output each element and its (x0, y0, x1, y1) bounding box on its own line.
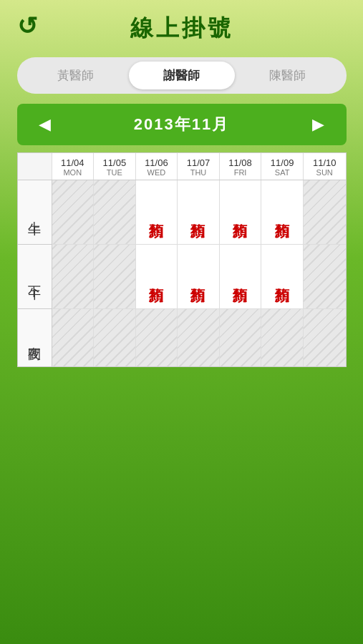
col-header-4: 11/08 FRI (220, 153, 262, 180)
cell-morning-5[interactable]: 預約 (261, 180, 304, 245)
cell-morning-2[interactable]: 預約 (136, 180, 178, 245)
cell-night-4[interactable] (220, 309, 262, 366)
cell-morning-3[interactable]: 預約 (178, 180, 220, 245)
col-header-1: 11/05 TUE (94, 153, 136, 180)
col-header-0: 11/04 MON (52, 153, 95, 180)
month-title: 2013年11月 (134, 114, 229, 135)
calendar: 11/04 MON 11/05 TUE 11/06 WED 11/07 THU … (17, 152, 347, 367)
cell-afternoon-2[interactable]: 預約 (136, 245, 178, 309)
cell-afternoon-6[interactable] (304, 245, 346, 309)
month-nav: ◀ 2013年11月 ▶ (17, 104, 347, 145)
corner-cell (18, 153, 52, 180)
tab-doctor-3[interactable]: 陳醫師 (235, 62, 341, 89)
col-header-2: 11/06 WED (136, 153, 178, 180)
doctor-tabs: 黃醫師 謝醫師 陳醫師 (17, 57, 347, 94)
cell-afternoon-4[interactable]: 預約 (220, 245, 262, 309)
tab-doctor-1[interactable]: 黃醫師 (23, 62, 129, 89)
calendar-header: 11/04 MON 11/05 TUE 11/06 WED 11/07 THU … (18, 153, 346, 180)
cell-night-0[interactable] (52, 309, 95, 366)
refresh-icon[interactable]: ↺ (17, 11, 37, 40)
cell-night-5[interactable] (261, 309, 304, 366)
cell-morning-4[interactable]: 預約 (220, 180, 262, 245)
page-title: 線上掛號 (130, 13, 233, 44)
row-night: 夜間 (18, 309, 346, 366)
time-afternoon: 下午 (18, 245, 52, 309)
cell-afternoon-3[interactable]: 預約 (178, 245, 220, 309)
cell-night-1[interactable] (94, 309, 136, 366)
col-header-3: 11/07 THU (178, 153, 220, 180)
cell-night-6[interactable] (304, 309, 346, 366)
next-month-button[interactable]: ▶ (305, 115, 331, 134)
tab-doctor-2[interactable]: 謝醫師 (129, 62, 235, 89)
cell-afternoon-1[interactable] (94, 245, 136, 309)
cell-afternoon-0[interactable] (52, 245, 95, 309)
row-afternoon: 下午 預約 預約 預約 預約 (18, 245, 346, 309)
header: ↺ 線上掛號 (0, 0, 363, 52)
col-header-6: 11/10 SUN (304, 153, 346, 180)
prev-month-button[interactable]: ◀ (32, 115, 58, 134)
time-morning: 上午 (18, 180, 52, 245)
cell-morning-1[interactable] (94, 180, 136, 245)
time-night: 夜間 (18, 309, 52, 366)
col-header-5: 11/09 SAT (261, 153, 304, 180)
cell-night-3[interactable] (178, 309, 220, 366)
cell-morning-0[interactable] (52, 180, 95, 245)
cell-morning-6[interactable] (304, 180, 346, 245)
cell-night-2[interactable] (136, 309, 178, 366)
cell-afternoon-5[interactable]: 預約 (261, 245, 304, 309)
row-morning: 上午 預約 預約 預約 預約 (18, 180, 346, 245)
